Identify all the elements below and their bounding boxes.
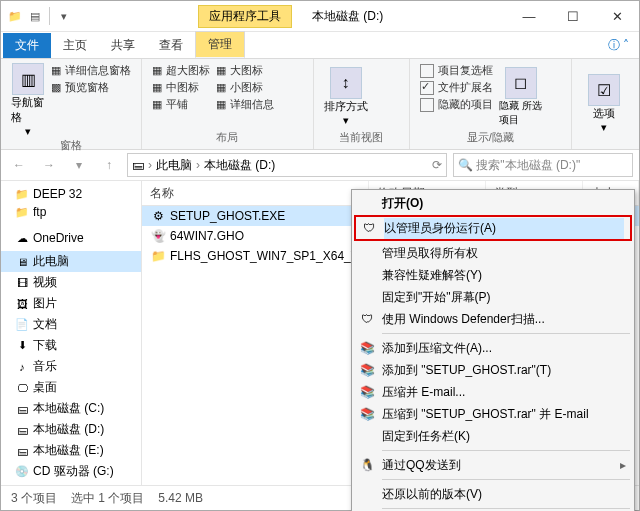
breadcrumb[interactable]: 🖴 › 此电脑 › 本地磁盘 (D:) ⟳ — [127, 153, 447, 177]
pane-options: ▦ 详细信息窗格 ▩ 预览窗格 — [51, 63, 131, 138]
tab-view[interactable]: 查看 — [147, 33, 195, 58]
video-icon: 🎞 — [15, 276, 29, 290]
dropdown-icon[interactable]: ▾ — [56, 8, 72, 24]
crumb-drive[interactable]: 本地磁盘 (D:) — [204, 157, 275, 174]
drive-icon: 🖴 — [15, 402, 29, 416]
ctx-defender[interactable]: 🛡使用 Windows Defender扫描... — [354, 308, 632, 330]
nav-pane-button[interactable]: ▥ 导航窗格 ▾ — [11, 63, 45, 138]
help-icon[interactable]: ⓘ ˄ — [598, 33, 639, 58]
shield-icon: 🛡 — [360, 221, 378, 235]
layout-large[interactable]: ▦ 大图标 — [216, 63, 274, 78]
tree-videos[interactable]: 🎞视频 — [1, 272, 141, 293]
address-bar-row: ← → ▾ ↑ 🖴 › 此电脑 › 本地磁盘 (D:) ⟳ 🔍 搜索"本地磁盘 … — [1, 150, 639, 181]
tree-desktop[interactable]: 🖵桌面 — [1, 377, 141, 398]
layout-med[interactable]: ▦ 中图标 — [152, 80, 210, 95]
nav-tree[interactable]: 📁DEEP 32 📁ftp ☁OneDrive 🖥此电脑 🎞视频 🖼图片 📄文档… — [1, 181, 142, 485]
tab-home[interactable]: 主页 — [51, 33, 99, 58]
ctx-restore-prev[interactable]: 还原以前的版本(V) — [354, 483, 632, 505]
ribbon-group-options: ☑ 选项 ▾ — [572, 59, 639, 149]
ctx-run-as-admin[interactable]: 🛡以管理员身份运行(A) — [354, 215, 632, 241]
minimize-button[interactable]: — — [507, 1, 551, 31]
tab-file[interactable]: 文件 — [3, 33, 51, 58]
ctx-open[interactable]: 打开(O) — [354, 192, 632, 214]
separator-icon — [382, 333, 630, 334]
hide-selected-button[interactable]: ◻ 隐藏 所选项目 — [499, 63, 543, 130]
ribbon-tabs: 文件 主页 共享 查看 管理 ⓘ ˄ — [1, 32, 639, 59]
folder-icon: 📁 — [7, 8, 23, 24]
ctx-compress-rar-email[interactable]: 📚压缩到 "SETUP_GHOST.rar" 并 E-mail — [354, 403, 632, 425]
search-input[interactable]: 🔍 搜索"本地磁盘 (D:)" — [453, 153, 633, 177]
drive-icon: 🖴 — [15, 444, 29, 458]
ribbon-body: ▥ 导航窗格 ▾ ▦ 详细信息窗格 ▩ 预览窗格 窗格 ▦ 超大图标 ▦ 中图标… — [1, 59, 639, 150]
forward-button[interactable]: → — [37, 153, 61, 177]
sort-button[interactable]: ↕ 排序方式 ▾ — [324, 63, 368, 130]
preview-pane-toggle[interactable]: ▩ 预览窗格 — [51, 80, 131, 95]
tree-music[interactable]: ♪音乐 — [1, 356, 141, 377]
recent-button[interactable]: ▾ — [67, 153, 91, 177]
chk-extensions[interactable]: 文件扩展名 — [420, 80, 493, 95]
ctx-add-rar[interactable]: 📚添加到 "SETUP_GHOST.rar"(T) — [354, 359, 632, 381]
ctx-compress-email[interactable]: 📚压缩并 E-mail... — [354, 381, 632, 403]
options-icon: ☑ — [588, 74, 620, 106]
tree-downloads[interactable]: ⬇下载 — [1, 335, 141, 356]
layout-small[interactable]: ▦ 小图标 — [216, 80, 274, 95]
tab-share[interactable]: 共享 — [99, 33, 147, 58]
ribbon-group-current: ↕ 排序方式 ▾ 当前视图 — [314, 59, 410, 149]
tab-manage[interactable]: 管理 — [195, 31, 245, 58]
close-button[interactable]: ✕ — [595, 1, 639, 31]
tree-drive-e[interactable]: 🖴本地磁盘 (E:) — [1, 440, 141, 461]
archive-icon: 📚 — [358, 363, 376, 377]
ctx-pin-start[interactable]: 固定到"开始"屏幕(P) — [354, 286, 632, 308]
layout-detail[interactable]: ▦ 详细信息 — [216, 97, 274, 112]
chk-checkboxes[interactable]: 项目复选框 — [420, 63, 493, 78]
layout-tiles[interactable]: ▦ 平铺 — [152, 97, 210, 112]
tree-deep32[interactable]: 📁DEEP 32 — [1, 185, 141, 203]
layout-xl[interactable]: ▦ 超大图标 — [152, 63, 210, 78]
window-title: 本地磁盘 (D:) — [312, 8, 383, 25]
contextual-tab-label: 应用程序工具 — [198, 5, 292, 28]
pc-icon: 🖥 — [15, 255, 29, 269]
refresh-icon[interactable]: ⟳ — [432, 158, 442, 172]
options-button[interactable]: ☑ 选项 ▾ — [582, 63, 626, 145]
tree-onedrive[interactable]: ☁OneDrive — [1, 229, 141, 247]
col-name[interactable]: 名称 — [142, 181, 369, 205]
folder-icon: 📁 — [150, 248, 166, 264]
separator-icon — [49, 7, 50, 25]
maximize-button[interactable]: ☐ — [551, 1, 595, 31]
tree-pictures[interactable]: 🖼图片 — [1, 293, 141, 314]
up-button[interactable]: ↑ — [97, 153, 121, 177]
quick-access-toolbar: 📁 ▤ ▾ — [1, 7, 78, 25]
tree-documents[interactable]: 📄文档 — [1, 314, 141, 335]
tree-drive-c[interactable]: 🖴本地磁盘 (C:) — [1, 398, 141, 419]
doc-icon: 📄 — [15, 318, 29, 332]
sort-icon: ↕ — [330, 67, 362, 99]
tree-drive-d[interactable]: 🖴本地磁盘 (D:) — [1, 419, 141, 440]
archive-icon: 📚 — [358, 407, 376, 421]
separator-icon — [382, 508, 630, 509]
status-items: 3 个项目 — [11, 490, 57, 507]
archive-icon: 📚 — [358, 341, 376, 355]
tree-cd[interactable]: 💿CD 驱动器 (G:) — [1, 461, 141, 482]
props-icon[interactable]: ▤ — [27, 8, 43, 24]
separator-icon — [382, 450, 630, 451]
back-button[interactable]: ← — [7, 153, 31, 177]
chk-hidden[interactable]: 隐藏的项目 — [420, 97, 493, 112]
ribbon-group-panes: ▥ 导航窗格 ▾ ▦ 详细信息窗格 ▩ 预览窗格 窗格 — [1, 59, 142, 149]
crumb-pc[interactable]: 此电脑 — [156, 157, 192, 174]
context-menu: 打开(O) 🛡以管理员身份运行(A) 管理员取得所有权 兼容性疑难解答(Y) 固… — [351, 189, 635, 511]
ctx-compat[interactable]: 兼容性疑难解答(Y) — [354, 264, 632, 286]
ctx-qq-send[interactable]: 🐧通过QQ发送到▸ — [354, 454, 632, 476]
separator-icon — [382, 479, 630, 480]
folder-icon: 📁 — [15, 187, 29, 201]
tree-thispc[interactable]: 🖥此电脑 — [1, 251, 141, 272]
ribbon-group-layout: ▦ 超大图标 ▦ 中图标 ▦ 平铺 ▦ 大图标 ▦ 小图标 ▦ 详细信息 布局 — [142, 59, 314, 149]
ctx-pin-taskbar[interactable]: 固定到任务栏(K) — [354, 425, 632, 447]
ctx-take-ownership[interactable]: 管理员取得所有权 — [354, 242, 632, 264]
ctx-add-archive[interactable]: 📚添加到压缩文件(A)... — [354, 337, 632, 359]
ribbon-group-showhide: 项目复选框 文件扩展名 隐藏的项目 ◻ 隐藏 所选项目 显示/隐藏 — [410, 59, 572, 149]
folder-icon: 📁 — [15, 205, 29, 219]
titlebar: 📁 ▤ ▾ 应用程序工具 本地磁盘 (D:) — ☐ ✕ — [1, 1, 639, 32]
tree-ftp[interactable]: 📁ftp — [1, 203, 141, 221]
window-controls: — ☐ ✕ — [507, 1, 639, 31]
detail-pane-toggle[interactable]: ▦ 详细信息窗格 — [51, 63, 131, 78]
